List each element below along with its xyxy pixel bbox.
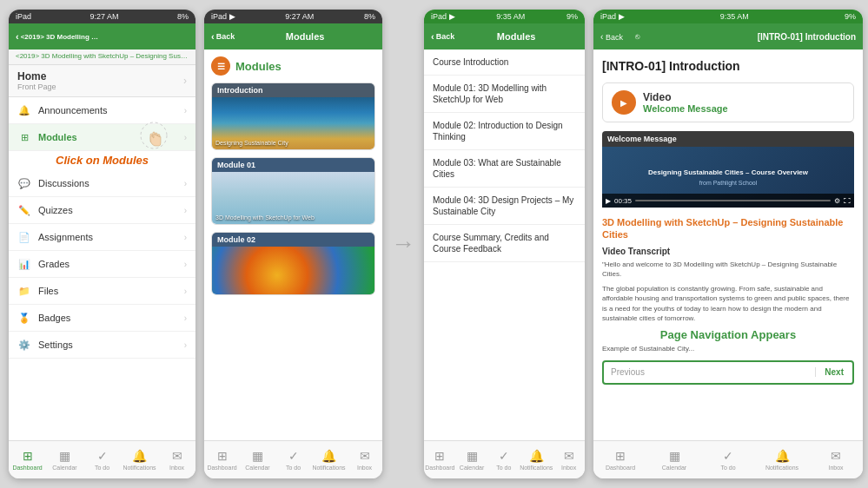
tab-dashboard-cl[interactable]: ⊞ Dashboard xyxy=(204,441,240,478)
module-title-mod02: Module 02 xyxy=(212,233,374,247)
sidebar-item-discussions[interactable]: 💬 Discussions › xyxy=(9,170,195,197)
welcome-message-link[interactable]: Welcome Message xyxy=(643,103,728,114)
tab-todo-left[interactable]: ✓ To do xyxy=(83,441,121,478)
module-img-mod01: 3D Modelling with SketchUp for Web xyxy=(212,172,374,224)
tab-label-ml-0: Dashboard xyxy=(425,465,454,471)
tab-inbox-label: Inbox xyxy=(169,465,184,471)
time-ml: 9:35 AM xyxy=(496,12,525,21)
progress-bar[interactable] xyxy=(635,200,831,201)
tab-inbox-right[interactable]: ✉ Inbox xyxy=(809,441,863,478)
todo-icon: ✓ xyxy=(97,449,108,463)
status-bar-ml: iPad ▶ 9:35 AM 9% xyxy=(424,10,585,23)
gear-icon: ⚙️ xyxy=(17,338,31,352)
sidebar: Home Front Page › 🔔 Announcements › ⊞ Mo… xyxy=(9,65,195,440)
sidebar-home-subtitle: Front Page xyxy=(17,82,56,91)
tab-todo-ml[interactable]: ✓ To do xyxy=(487,441,520,478)
tab-label-cl-4: Inbox xyxy=(357,465,372,471)
document-icon: 📄 xyxy=(17,230,31,244)
module-card-mod02[interactable]: Module 02 xyxy=(211,232,375,295)
play-control[interactable]: ▶ xyxy=(606,197,611,205)
tab-notif-ml[interactable]: 🔔 Notifications xyxy=(520,441,553,478)
sidebar-item-quizzes[interactable]: ✏️ Quizzes › xyxy=(9,197,195,224)
inbox-icon-cl: ✉ xyxy=(360,449,370,463)
chevron-icon-disc: › xyxy=(184,179,187,188)
fullscreen-icon[interactable]: ⛶ xyxy=(844,197,851,205)
chevron-icon-files: › xyxy=(184,287,187,296)
settings-icon[interactable]: ⚙ xyxy=(834,197,840,205)
list-item-2[interactable]: Module 02: Introduction to Design Thinki… xyxy=(424,113,585,150)
nav-bar-center-left: ‹ Back Modules xyxy=(204,23,382,49)
prev-button[interactable]: Previous xyxy=(604,367,815,377)
nav-bar-left: ‹ <2019> 3D Modelling with Sk... xyxy=(9,23,195,49)
tab-calendar-cl[interactable]: ▦ Calendar xyxy=(240,441,275,478)
tab-todo-cl[interactable]: ✓ To do xyxy=(275,441,311,478)
chevron-icon-modules: › xyxy=(184,133,187,142)
tab-label-ml-2: To do xyxy=(496,465,511,471)
todo-icon-cl: ✓ xyxy=(288,449,299,463)
tab-label-cl-3: Notifications xyxy=(312,465,345,471)
welcome-section: Welcome Message Designing Sustainable Ci… xyxy=(602,131,854,208)
sidebar-item-settings[interactable]: ⚙️ Settings › xyxy=(9,332,195,359)
next-button[interactable]: Next xyxy=(815,367,852,377)
back-btn-ml[interactable]: ‹ Back xyxy=(431,31,454,42)
tab-notif-right[interactable]: 🔔 Notifications xyxy=(755,441,809,478)
transcript-p2: The global population is constantly grow… xyxy=(602,284,854,323)
module-card-intro[interactable]: Introduction Designing Sustainable City xyxy=(211,82,375,150)
tab-notif-cl[interactable]: 🔔 Notifications xyxy=(311,441,347,478)
video-box[interactable]: ▶ Video Welcome Message xyxy=(602,82,854,122)
tab-dashboard-right[interactable]: ⊞ Dashboard xyxy=(593,441,647,478)
tab-dashboard-ml[interactable]: ⊞ Dashboard xyxy=(424,441,456,478)
welcome-header: Welcome Message xyxy=(602,131,854,147)
sidebar-item-badges[interactable]: 🏅 Badges › xyxy=(9,305,195,332)
list-item-1[interactable]: Module 01: 3D Modelling with SketchUp fo… xyxy=(424,76,585,113)
tab-inbox-ml[interactable]: ✉ Inbox xyxy=(553,441,585,478)
back-button-cl[interactable]: ‹ Back xyxy=(211,31,235,42)
video-play-icon[interactable]: ▶ xyxy=(612,90,636,115)
badge-icon: 🏅 xyxy=(17,311,31,325)
video-thumbnail[interactable]: Designing Sustainable Cities – Course Ov… xyxy=(602,147,854,208)
battery-ml: 9% xyxy=(567,12,578,21)
sidebar-item-assignments[interactable]: 📄 Assignments › xyxy=(9,224,195,251)
device-label-left: iPad xyxy=(16,12,31,21)
sidebar-item-modules[interactable]: ⊞ Modules › xyxy=(9,124,195,151)
status-bar-center-left: iPad ▶ 9:27 AM 8% xyxy=(204,10,382,23)
tab-dashboard-left[interactable]: ⊞ Dashboard xyxy=(9,441,46,478)
chevron-icon: › xyxy=(184,106,187,115)
tab-bar-right: ⊞ Dashboard ▦ Calendar ✓ To do 🔔 Notific… xyxy=(593,440,863,478)
tab-label-ml-3: Notifications xyxy=(520,465,553,471)
tab-bar-left: ⊞ Dashboard ▦ Calendar ✓ To do 🔔 Notific… xyxy=(9,440,195,478)
dashboard-icon: ⊞ xyxy=(23,449,33,463)
back-button-left[interactable]: ‹ <2019> 3D Modelling with Sk... xyxy=(16,31,99,42)
tab-calendar-right[interactable]: ▦ Calendar xyxy=(647,441,701,478)
video-subtitle: 3D Modelling with SketchUp – Designing S… xyxy=(602,216,854,241)
page-nav-highlight: Page Navigation Appears xyxy=(602,328,854,341)
tab-calendar-left[interactable]: ▦ Calendar xyxy=(46,441,83,478)
tab-todo-right[interactable]: ✓ To do xyxy=(701,441,755,478)
sidebar-item-grades[interactable]: 📊 Grades › xyxy=(9,251,195,278)
calendar-icon: ▦ xyxy=(59,449,70,463)
list-item-5[interactable]: Course Summary, Credits and Course Feedb… xyxy=(424,225,585,262)
list-item-3[interactable]: Module 03: What are Sustainable Cities xyxy=(424,150,585,188)
module-card-mod01[interactable]: Module 01 3D Modelling with SketchUp for… xyxy=(211,157,375,225)
modules-list-screen: iPad ▶ 9:35 AM 9% ‹ Back Modules Course … xyxy=(424,10,585,478)
tab-label-r-3: Notifications xyxy=(765,465,798,471)
notifications-icon: 🔔 xyxy=(132,449,147,463)
back-btn-right[interactable]: ‹ Back xyxy=(600,32,623,42)
grid-icon: ⊞ xyxy=(17,130,31,144)
tab-calendar-ml[interactable]: ▦ Calendar xyxy=(456,441,488,478)
sidebar-item-announcements[interactable]: 🔔 Announcements › xyxy=(9,97,195,124)
nav-bar-ml: ‹ Back Modules xyxy=(424,23,585,49)
tab-todo-label: To do xyxy=(95,465,109,471)
video-controls[interactable]: ▶ 00:35 ⚙ ⛶ xyxy=(602,194,854,208)
tab-inbox-left[interactable]: ✉ Inbox xyxy=(158,441,195,478)
list-item-4[interactable]: Module 04: 3D Design Projects – My Susta… xyxy=(424,188,585,225)
sidebar-label-modules: Modules xyxy=(38,132,177,142)
tab-notifications-left[interactable]: 🔔 Notifications xyxy=(121,441,158,478)
right-screen: iPad ▶ 9:35 AM 9% ‹ Back ⎋ [INTRO-01] In… xyxy=(593,10,863,478)
chart-icon: 📊 xyxy=(17,257,31,271)
chevron-icon-badges: › xyxy=(184,313,187,323)
list-item-0[interactable]: Course Introduction xyxy=(424,49,585,76)
tab-inbox-cl[interactable]: ✉ Inbox xyxy=(347,441,382,478)
sidebar-home[interactable]: Home Front Page › xyxy=(9,65,195,97)
sidebar-item-files[interactable]: 📁 Files › xyxy=(9,278,195,305)
